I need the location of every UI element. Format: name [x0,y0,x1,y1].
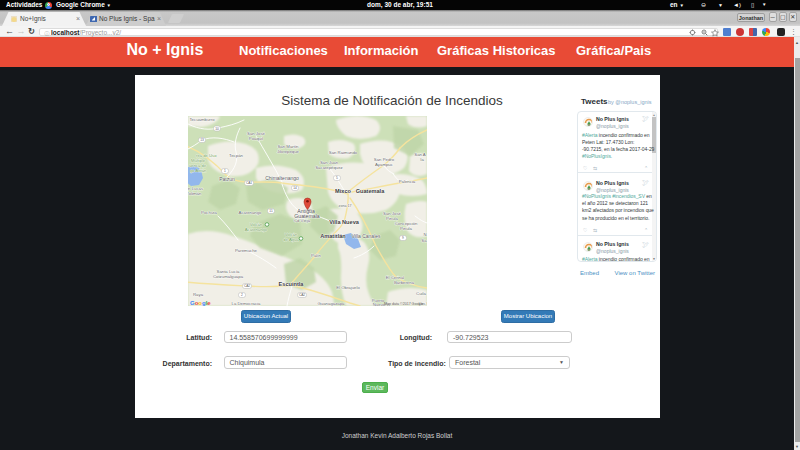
svg-text:Sa: Sa [421,238,427,243]
svg-text:14: 14 [293,186,297,190]
svg-text:CA2: CA2 [299,293,305,297]
svg-text:9: 9 [402,236,404,240]
svg-text:Jilotepeque: Jilotepeque [277,149,300,154]
svg-text:Paremuche: Paremuche [235,248,258,253]
svg-text:El Obrajuelo: El Obrajuelo [336,285,360,290]
svg-text:2: 2 [241,293,243,297]
svg-text:Tecpán: Tecpán [229,153,243,158]
svg-text:Escuintla: Escuintla [279,281,305,287]
svg-text:de Agua: de Agua [283,237,299,242]
svg-text:Villa Nueva: Villa Nueva [329,219,360,225]
svg-text:Barberena: Barberena [394,280,415,285]
svg-text:Guatemala: Guatemala [356,188,385,194]
svg-text:San Raimundo: San Raimundo [329,150,358,155]
svg-text:Sacatepéquez: Sacatepéquez [315,165,342,170]
svg-text:zona 17: zona 17 [339,204,352,208]
svg-text:Chimaltenango: Chimaltenango [265,175,299,181]
svg-text:Cotzumalguapa: Cotzumalguapa [213,274,244,279]
svg-text:Tolimán: Tolimán [188,191,202,196]
svg-text:La Democracia: La Democracia [232,301,262,306]
svg-text:Ayampuc: Ayampuc [375,162,394,167]
svg-text:Pinula: Pinula [400,226,413,231]
svg-text:1: 1 [224,169,226,173]
svg-text:Mixco: Mixco [335,188,351,194]
svg-text:Acatenango: Acatenango [239,210,263,215]
svg-text:Palín: Palín [311,253,321,258]
svg-text:13: 13 [200,138,204,142]
svg-text:Guanagazapa: Guanagazapa [318,301,346,306]
svg-text:Villa Canales: Villa Canales [351,233,381,239]
svg-text:Tecuamburro: Tecuamburro [189,117,215,122]
svg-text:Pochuta: Pochuta [201,210,217,215]
svg-text:CA1: CA1 [246,181,252,185]
svg-text:Cuila: Cuila [416,291,426,296]
svg-text:Patzún: Patzún [219,176,235,182]
svg-text:N: N [423,232,426,237]
svg-text:Guatemala: Guatemala [294,213,319,219]
svg-text:5: 5 [336,176,338,180]
svg-text:11: 11 [269,209,273,213]
svg-text:Cd Vieja: Cd Vieja [294,218,311,223]
svg-text:go Atitán: go Atitán [190,168,207,173]
svg-text:Google: Google [190,300,211,306]
svg-text:Raya: Raya [193,292,204,297]
svg-text:Ia: Ia [420,157,424,162]
svg-text:Amatitlán: Amatitlán [320,233,346,239]
svg-text:Map data ©2017 Google: Map data ©2017 Google [384,302,423,306]
svg-text:Acatenango: Acatenango [245,227,268,232]
svg-text:CA2: CA2 [244,284,250,288]
svg-text:Poaquil: Poaquil [249,136,263,141]
svg-text:Palencia: Palencia [399,179,416,184]
svg-text:10: 10 [215,127,219,131]
